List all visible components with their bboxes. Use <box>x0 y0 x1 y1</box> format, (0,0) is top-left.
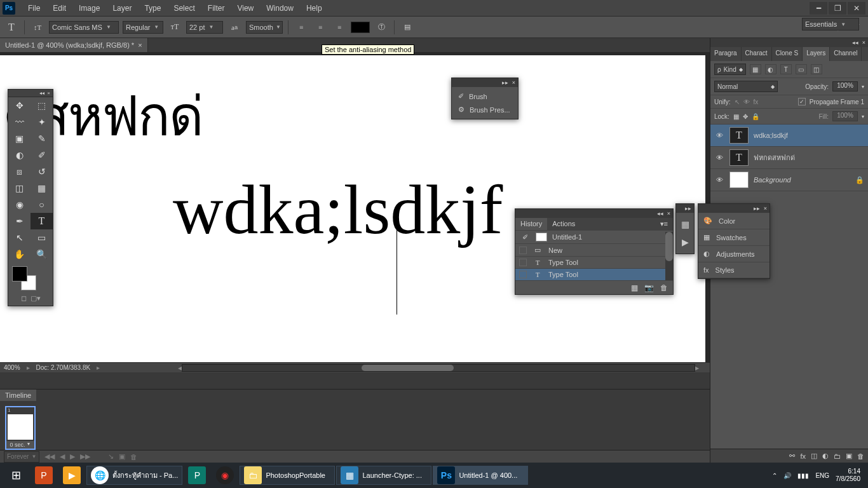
network-icon[interactable]: ▮▮▮ <box>797 472 809 479</box>
align-left-icon[interactable]: ≡ <box>294 20 309 35</box>
swatches-panel-button[interactable]: ▦Swatches <box>698 229 770 246</box>
layer-name[interactable]: Background <box>754 176 791 184</box>
menu-select[interactable]: Select <box>167 1 201 15</box>
play-icon[interactable]: ▶ <box>70 452 75 461</box>
font-family-select[interactable]: Comic Sans MS▼ <box>49 21 119 34</box>
menu-window[interactable]: Window <box>260 1 300 15</box>
font-size-select[interactable]: 22 pt▼ <box>186 21 223 34</box>
zoom-tool[interactable]: 🔍 <box>31 246 53 262</box>
adjustment-icon[interactable]: ◐ <box>822 452 829 460</box>
panel-menu-icon[interactable]: ▾≡ <box>655 218 673 230</box>
layer-thumbnail[interactable] <box>729 172 749 188</box>
visibility-icon[interactable]: 👁 <box>714 132 724 139</box>
clone-stamp-tool[interactable]: ⧇ <box>8 163 31 180</box>
history-row[interactable]: TType Tool <box>515 268 673 280</box>
type-tool-icon[interactable]: T <box>4 20 19 35</box>
new-frame-icon[interactable]: ▣ <box>119 452 125 461</box>
panel-header[interactable]: ▸▸× <box>452 78 518 87</box>
trash-icon[interactable]: 🗑 <box>857 452 864 460</box>
first-frame-icon[interactable]: ◀◀ <box>44 452 55 461</box>
layer-row[interactable]: 👁 T wdka;lsdkjf <box>710 125 868 147</box>
paragraph-tab[interactable]: Paragra <box>710 47 742 61</box>
history-snapshot[interactable]: ✐Untitled-1 <box>515 230 673 243</box>
tray-chevron-icon[interactable]: ⌃ <box>772 472 777 479</box>
filter-pixel-icon[interactable]: ▦ <box>750 64 761 74</box>
quick-mask-row[interactable]: ◻▢▾ <box>8 293 53 306</box>
path-select-tool[interactable]: ↖ <box>8 229 31 246</box>
shape-tool[interactable]: ▭ <box>31 229 53 246</box>
align-right-icon[interactable]: ≡ <box>332 20 347 35</box>
filter-smart-icon[interactable]: ◫ <box>811 64 822 74</box>
start-button[interactable]: ⊞ <box>3 466 29 485</box>
align-center-icon[interactable]: ≡ <box>313 20 328 35</box>
layer-thumbnail[interactable]: T <box>729 127 749 144</box>
group-icon[interactable]: 🗀 <box>834 452 841 460</box>
unify-style-icon[interactable]: fx <box>754 98 759 105</box>
filter-shape-icon[interactable]: ▭ <box>796 64 807 74</box>
brush-tool[interactable]: ✐ <box>31 147 53 163</box>
adjustments-panel-button[interactable]: ◐Adjustments <box>698 246 770 262</box>
close-tab-icon[interactable]: × <box>138 41 142 49</box>
timeline-frame[interactable]: 1 0 sec.▼ <box>5 406 36 450</box>
taskbar-app[interactable]: 🌐ตั้งกระทู้คำถาม - Pa... <box>86 466 182 485</box>
brush-panel-item[interactable]: ✐Brush <box>457 90 513 103</box>
history-brush-tool[interactable]: ↺ <box>31 163 53 180</box>
document-tab[interactable]: Untitled-1 @ 400% (wdka;lsdkjf, RGB/8) *… <box>0 38 148 52</box>
warp-text-icon[interactable]: Ⓣ <box>374 20 389 35</box>
blur-tool[interactable]: ◉ <box>8 196 31 213</box>
layer-name[interactable]: wdka;lsdkjf <box>754 132 788 139</box>
history-scrollbar[interactable] <box>665 232 673 280</box>
propagate-checkbox[interactable]: ✓ <box>798 98 806 105</box>
taskbar-app[interactable]: ▦Launcher-Ctype: ... <box>336 466 431 485</box>
chevron-right-icon[interactable]: ▸ <box>27 364 30 371</box>
menu-filter[interactable]: Filter <box>201 1 231 15</box>
move-tool[interactable]: ✥ <box>8 97 31 114</box>
panel-header[interactable]: ▸▸ <box>676 204 694 213</box>
snapshot-icon[interactable]: 📷 <box>644 283 654 292</box>
unify-visibility-icon[interactable]: 👁 <box>743 98 750 105</box>
foreground-color[interactable] <box>12 266 27 281</box>
tween-icon[interactable]: ↘ <box>108 452 114 461</box>
taskbar-app[interactable]: ▶ <box>58 466 85 485</box>
maximize-button[interactable]: ❐ <box>829 2 846 15</box>
taskbar-app[interactable]: P <box>31 466 57 485</box>
chevron-right-icon[interactable]: ▸ <box>97 364 100 371</box>
type-tool[interactable]: T <box>31 213 53 229</box>
channels-tab[interactable]: Channel <box>830 47 862 61</box>
taskbar-app[interactable]: 🗀PhotoshopPortable <box>240 466 335 485</box>
trash-icon[interactable]: 🗑 <box>130 453 137 461</box>
visibility-icon[interactable]: 👁 <box>714 154 724 161</box>
horizontal-scrollbar[interactable]: ◀ ▶ <box>178 363 699 372</box>
close-window-button[interactable]: ✕ <box>848 2 865 15</box>
frame-duration[interactable]: 0 sec. <box>10 442 25 448</box>
trash-icon[interactable]: 🗑 <box>660 283 668 292</box>
visibility-icon[interactable]: 👁 <box>714 176 724 184</box>
styles-panel-button[interactable]: fxStyles <box>698 262 770 278</box>
fx-icon[interactable]: fx <box>800 452 806 460</box>
filter-type-icon[interactable]: T <box>780 64 792 74</box>
actions-tab[interactable]: Actions <box>547 218 580 230</box>
menu-type[interactable]: Type <box>138 1 167 15</box>
brush-presets-item[interactable]: ⚙Brush Pres... <box>457 103 513 116</box>
crop-tool[interactable]: ▣ <box>8 130 31 147</box>
taskbar-app[interactable]: PsUntitled-1 @ 400... <box>433 466 528 485</box>
panel-header[interactable]: ◂◂× <box>515 209 673 218</box>
next-frame-icon[interactable]: ▶▶ <box>80 452 90 461</box>
taskbar-app[interactable]: P <box>184 466 210 485</box>
link-icon[interactable]: ⚯ <box>789 452 795 460</box>
pen-tool[interactable]: ✒ <box>8 213 31 229</box>
volume-icon[interactable]: 🔊 <box>783 472 791 479</box>
new-layer-icon[interactable]: ▣ <box>846 452 852 460</box>
navigator-icon[interactable]: ▦ <box>677 217 693 232</box>
menu-file[interactable]: File <box>22 1 46 15</box>
layers-tab[interactable]: Layers <box>803 47 830 61</box>
menu-edit[interactable]: Edit <box>46 1 72 15</box>
history-row[interactable]: TType Tool <box>515 256 673 268</box>
toolbox-header[interactable]: ◂◂× <box>8 90 53 97</box>
text-orientation-icon[interactable]: ↕T <box>30 20 45 35</box>
layer-name[interactable]: ฟหกดสหฟกด่ <box>754 152 795 163</box>
healing-brush-tool[interactable]: ◐ <box>8 147 31 163</box>
magic-wand-tool[interactable]: ✦ <box>31 114 53 130</box>
eyedropper-tool[interactable]: ✎ <box>31 130 53 147</box>
clone-source-tab[interactable]: Clone S <box>772 47 803 61</box>
